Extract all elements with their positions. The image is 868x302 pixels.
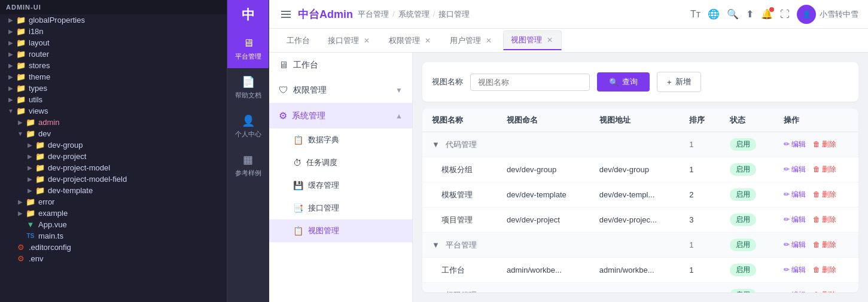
col-header-name: 视图名称 bbox=[422, 109, 497, 132]
tab-close-button[interactable]: ✕ bbox=[363, 36, 371, 45]
fullscreen-icon[interactable]: ⬆ bbox=[746, 8, 754, 20]
expand-icon[interactable]: ⛶ bbox=[780, 9, 790, 20]
group-arrow-icon[interactable]: ▼ bbox=[432, 291, 440, 293]
tab-permission[interactable]: 权限管理 ✕ bbox=[381, 31, 440, 50]
tab-label: 权限管理 bbox=[389, 35, 420, 46]
edit-link[interactable]: ✏ 编辑 bbox=[784, 290, 806, 292]
content-area: 🖥 工作台 🛡 权限管理 ▼ ⚙ 系统管理 ▲ 📋 数据字典 ⏱ 任务调度 bbox=[269, 53, 868, 302]
status-badge: 启用 bbox=[730, 289, 756, 292]
tree-item-types[interactable]: ▶ 📁 types bbox=[0, 83, 227, 94]
query-button[interactable]: 🔍 查询 bbox=[597, 72, 650, 91]
examples-icon: ▦ bbox=[243, 153, 253, 166]
expand-icon: ▼ bbox=[395, 86, 403, 94]
group-name: 代码管理 bbox=[446, 140, 477, 149]
tab-api-management[interactable]: 接口管理 ✕ bbox=[320, 31, 379, 50]
tree-item-main-ts[interactable]: ▶ TS main.ts bbox=[0, 230, 227, 242]
menu-sub-item-data-dict[interactable]: 📋 数据字典 bbox=[269, 129, 412, 151]
tree-item-router[interactable]: ▶ 📁 router bbox=[0, 48, 227, 60]
menu-sub-item-cache[interactable]: 💾 缓存管理 bbox=[269, 174, 412, 197]
col-header-status: 状态 bbox=[720, 109, 773, 132]
menu-sub-item-task[interactable]: ⏱ 任务调度 bbox=[269, 151, 412, 174]
col-header-action: 操作 bbox=[774, 109, 858, 132]
tree-item-dev-project[interactable]: ▶ 📁 dev-project bbox=[0, 151, 227, 162]
group-arrow-icon[interactable]: ▼ bbox=[432, 140, 440, 149]
delete-link[interactable]: 🗑 删除 bbox=[813, 290, 836, 292]
tree-item-layout[interactable]: ▶ 📁 layout bbox=[0, 37, 227, 48]
tab-close-button[interactable]: ✕ bbox=[424, 36, 432, 45]
tree-item-dev-template[interactable]: ▶ 📁 dev-template bbox=[0, 185, 227, 196]
tree-item-error[interactable]: ▶ 📁 error bbox=[0, 196, 227, 208]
edit-link[interactable]: ✏ 编辑 bbox=[784, 190, 806, 200]
nav-item-label: 个人中心 bbox=[235, 130, 261, 139]
delete-link[interactable]: 🗑 删除 bbox=[813, 240, 836, 250]
cell-cmd: admin/workbe... bbox=[497, 258, 590, 283]
tree-item-views[interactable]: ▼ 📁 views bbox=[0, 105, 227, 117]
tab-workbench[interactable]: 工作台 bbox=[279, 31, 318, 50]
tree-item-app-vue[interactable]: ▶ ▼ App.vue bbox=[0, 219, 227, 230]
top-header: 中台Admin 平台管理 / 系统管理 / 接口管理 Tт 🌐 🔍 ⬆ 🔔 ⛶ … bbox=[269, 0, 868, 29]
folder-icon: 📁 bbox=[35, 186, 45, 195]
cell-name: 模板管理 bbox=[422, 182, 497, 208]
nav-item-docs[interactable]: 📄 帮助文档 bbox=[227, 68, 269, 107]
font-size-icon[interactable]: Tт bbox=[690, 9, 701, 20]
menu-item-workbench[interactable]: 🖥 工作台 bbox=[269, 53, 412, 78]
tree-item-dev-project-model-field[interactable]: ▶ 📁 dev-project-model-field bbox=[0, 173, 227, 185]
tree-item-dev[interactable]: ▼ 📁 dev bbox=[0, 128, 227, 139]
menu-sub-item-api[interactable]: 📑 接口管理 bbox=[269, 197, 412, 219]
cell-cmd: dev/dev-template bbox=[497, 182, 590, 208]
tree-item-admin[interactable]: ▶ 📁 admin bbox=[0, 117, 227, 128]
cell-order: 1 bbox=[680, 157, 720, 182]
menu-item-label: 工作台 bbox=[293, 60, 318, 71]
tree-item-example[interactable]: ▶ 📁 example bbox=[0, 208, 227, 219]
edit-link[interactable]: ✏ 编辑 bbox=[784, 164, 806, 175]
delete-link[interactable]: 🗑 删除 bbox=[813, 190, 836, 200]
group-cell: ▼ 平台管理 bbox=[422, 233, 497, 258]
tree-item-dev-group[interactable]: ▶ 📁 dev-group bbox=[0, 139, 227, 151]
search-input[interactable] bbox=[470, 74, 590, 91]
delete-link[interactable]: 🗑 删除 bbox=[813, 215, 836, 225]
delete-link[interactable]: 🗑 删除 bbox=[813, 139, 836, 150]
nav-item-platform[interactable]: 🖥 平台管理 bbox=[227, 30, 269, 68]
tree-item-env[interactable]: ▶ ⚙ .env bbox=[0, 253, 227, 264]
cell-name: 模板分组 bbox=[422, 157, 497, 182]
edit-link[interactable]: ✏ 编辑 bbox=[784, 215, 806, 225]
tree-item-globalproperties[interactable]: ▶ 📁 globalProperties bbox=[0, 14, 227, 26]
tree-item-utils[interactable]: ▶ 📁 utils bbox=[0, 94, 227, 105]
edit-link[interactable]: ✏ 编辑 bbox=[784, 139, 806, 150]
arrow-icon: ▶ bbox=[25, 164, 35, 171]
tree-item-editorconfig[interactable]: ▶ ⚙ .editorconfig bbox=[0, 242, 227, 253]
tree-item-stores[interactable]: ▶ 📁 stores bbox=[0, 60, 227, 71]
user-avatar[interactable]: 👤 小雪转中雪 bbox=[797, 5, 858, 24]
group-arrow-icon[interactable]: ▼ bbox=[432, 240, 440, 249]
nav-logo[interactable]: 中 bbox=[227, 0, 269, 30]
delete-link[interactable]: 🗑 删除 bbox=[813, 265, 836, 275]
arrow-icon: ▶ bbox=[16, 210, 25, 216]
edit-link[interactable]: ✏ 编辑 bbox=[784, 240, 806, 250]
tab-view-management[interactable]: 视图管理 ✕ bbox=[503, 30, 562, 50]
tree-item-i18n[interactable]: ▶ 📁 i18n bbox=[0, 26, 227, 37]
menu-item-system[interactable]: ⚙ 系统管理 ▲ bbox=[269, 103, 412, 129]
notification-icon[interactable]: 🔔 bbox=[761, 8, 773, 20]
tab-close-button[interactable]: ✕ bbox=[546, 35, 554, 45]
group-cell-status: 启用 bbox=[720, 233, 773, 258]
tab-user-management[interactable]: 用户管理 ✕ bbox=[442, 31, 501, 50]
menu-item-permission[interactable]: 🛡 权限管理 ▼ bbox=[269, 78, 412, 103]
tree-item-theme[interactable]: ▶ 📁 theme bbox=[0, 71, 227, 83]
search-icon[interactable]: 🔍 bbox=[727, 8, 739, 20]
menu-sub-item-view[interactable]: 📋 视图管理 bbox=[269, 219, 412, 242]
nav-item-examples[interactable]: ▦ 参考样例 bbox=[227, 146, 269, 185]
delete-link[interactable]: 🗑 删除 bbox=[813, 164, 836, 175]
folder-icon: 📁 bbox=[16, 16, 26, 25]
language-icon[interactable]: 🌐 bbox=[708, 8, 720, 20]
edit-link[interactable]: ✏ 编辑 bbox=[784, 265, 806, 275]
tab-close-button[interactable]: ✕ bbox=[485, 36, 493, 45]
nav-item-profile[interactable]: 👤 个人中心 bbox=[227, 107, 269, 146]
table-container: 视图名称 视图命名 视图地址 排序 状态 操作 ▼ bbox=[422, 109, 858, 292]
add-button[interactable]: + 新增 bbox=[657, 72, 701, 92]
system-icon: ⚙ bbox=[279, 110, 287, 121]
tree-item-dev-project-model[interactable]: ▶ 📁 dev-project-model bbox=[0, 162, 227, 173]
menu-toggle-button[interactable] bbox=[279, 8, 293, 20]
folder-icon: 📁 bbox=[25, 118, 36, 127]
avatar-image: 👤 bbox=[797, 5, 816, 24]
tab-label: 视图管理 bbox=[511, 35, 542, 45]
